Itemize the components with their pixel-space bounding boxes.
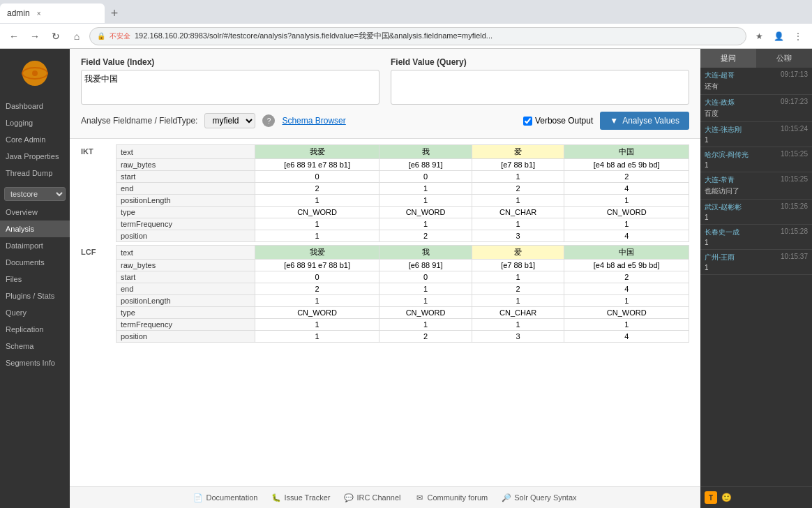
token-cell: CN_CHAR xyxy=(472,307,564,319)
row-header-start: start xyxy=(116,271,255,283)
token-cell: 爱 xyxy=(472,145,564,159)
sidebar-item-thread-dump[interactable]: Thread Dump xyxy=(0,165,70,181)
community-forum-link[interactable]: ✉ Community forum xyxy=(414,493,488,502)
reload-button[interactable]: ↻ xyxy=(47,28,64,45)
address-bar[interactable]: 🔒 不安全 192.168.160.20:8983/solr/#/testcor… xyxy=(89,27,746,45)
token-cell: 1 xyxy=(379,283,472,295)
token-cell: [e7 88 b1] xyxy=(472,260,564,271)
sidebar-item-core-admin[interactable]: Core Admin xyxy=(0,131,70,148)
fieldname-select[interactable]: myfield xyxy=(204,113,255,128)
sidebar-item-documents[interactable]: Documents xyxy=(0,254,70,271)
token-cell: 2 xyxy=(379,331,472,343)
back-button[interactable]: ← xyxy=(6,28,22,45)
field-value-query-input[interactable] xyxy=(391,70,689,105)
menu-icon[interactable]: ⋮ xyxy=(790,28,806,45)
community-icon: ✉ xyxy=(414,493,424,502)
token-cell: 1 xyxy=(472,295,564,307)
chat-user-info: 大连-张志刚 10:15:24 xyxy=(705,125,808,135)
sidebar-item-files[interactable]: Files xyxy=(0,271,70,287)
chat-time: 09:17:13 xyxy=(781,70,808,80)
forward-button[interactable]: → xyxy=(27,28,43,45)
token-cell: [e6 88 91] xyxy=(379,260,472,271)
token-cell: 2 xyxy=(472,183,564,195)
token-cell: [e6 88 91 e7 88 b1] xyxy=(255,260,379,271)
ikt-label: IKT xyxy=(81,144,116,242)
issue-tracker-link[interactable]: 🐛 Issue Tracker xyxy=(271,493,330,502)
irc-label: IRC Channel xyxy=(356,493,400,502)
table-row: text 我爱 我 爱 中国 xyxy=(116,246,689,260)
browser-controls: ← → ↻ ⌂ 🔒 不安全 192.168.160.20:8983/solr/#… xyxy=(0,24,812,49)
sidebar-item-schema[interactable]: Schema xyxy=(0,338,70,354)
url-text: 192.168.160.20:8983/solr/#/testcore/anal… xyxy=(135,31,739,41)
sidebar-item-logging[interactable]: Logging xyxy=(0,114,70,131)
sidebar-item-analysis[interactable]: Analysis xyxy=(0,221,70,237)
chat-user-info: 广州-王雨 10:15:37 xyxy=(705,253,808,262)
issue-icon: 🐛 xyxy=(271,493,281,502)
chat-list: 大连-超哥 09:17:13 还有 大连-政烁 09:17:23 百度 大连-张… xyxy=(700,68,812,486)
table-row: raw_bytes [e6 88 91 e7 88 b1] [e6 88 91]… xyxy=(116,159,689,171)
chat-message: 百度 xyxy=(705,109,808,119)
token-cell: CN_WORD xyxy=(564,307,689,319)
token-cell: 2 xyxy=(255,183,379,195)
svg-point-2 xyxy=(32,70,38,76)
token-cell: [e4 b8 ad e5 9b bd] xyxy=(564,260,689,271)
sidebar-item-query[interactable]: Query xyxy=(0,304,70,321)
token-cell: 2 xyxy=(379,230,472,242)
token-cell: [e4 b8 ad e5 9b bd] xyxy=(564,159,689,171)
table-row: end 2 1 2 4 xyxy=(116,283,689,295)
tab-bar: admin × + xyxy=(0,0,812,24)
core-section: testcore xyxy=(1,184,68,204)
sidebar-item-java-properties[interactable]: Java Properties xyxy=(0,148,70,165)
chat-username: 大连-超哥 xyxy=(705,70,735,80)
list-item: 武汉-赵彬彬 10:15:26 1 xyxy=(700,200,812,225)
table-row: type CN_WORD CN_WORD CN_CHAR CN_WORD xyxy=(116,207,689,218)
analyse-values-button[interactable]: ▼ Analyse Values xyxy=(600,112,689,130)
field-value-index-input[interactable]: 我爱中国 xyxy=(81,70,379,105)
row-header-text: text xyxy=(116,246,255,260)
community-label: Community forum xyxy=(427,493,488,502)
documentation-link[interactable]: 📄 Documentation xyxy=(193,493,257,502)
sidebar-item-dashboard[interactable]: Dashboard xyxy=(0,98,70,114)
sidebar-item-replication[interactable]: Replication xyxy=(0,321,70,338)
table-row: raw_bytes [e6 88 91 e7 88 b1] [e6 88 91]… xyxy=(116,260,689,271)
chat-brand-icon: T xyxy=(705,491,717,504)
home-button[interactable]: ⌂ xyxy=(68,28,85,45)
row-header-text: text xyxy=(116,145,255,159)
row-header-termfrequency: termFrequency xyxy=(116,319,255,331)
verbose-checkbox[interactable] xyxy=(523,117,532,126)
field-value-index-label: Field Value (Index) xyxy=(81,57,379,67)
irc-channel-link[interactable]: 💬 IRC Channel xyxy=(344,493,400,502)
help-icon[interactable]: ? xyxy=(262,114,275,127)
sidebar-item-overview[interactable]: Overview xyxy=(0,204,70,221)
bookmark-icon[interactable]: ★ xyxy=(751,28,767,45)
chat-input-area: T 🙂 xyxy=(700,486,812,508)
token-cell: 1 xyxy=(472,271,564,283)
tab-close-button[interactable]: × xyxy=(34,8,44,18)
token-cell: CN_CHAR xyxy=(472,207,564,218)
list-item: 大连-常青 10:15:25 也能访问了 xyxy=(700,172,812,200)
token-cell: 爱 xyxy=(472,246,564,260)
solr-query-syntax-link[interactable]: 🔎 Solr Query Syntax xyxy=(502,493,576,502)
solr-logo xyxy=(14,56,56,91)
analysis-panel: Field Value (Index) 我爱中国 Field Value (Qu… xyxy=(70,49,700,139)
sidebar-item-plugins[interactable]: Plugins / Stats xyxy=(0,287,70,304)
user-icon[interactable]: 👤 xyxy=(770,28,787,45)
emoji-button[interactable]: 🙂 xyxy=(720,491,732,504)
token-cell: 中国 xyxy=(564,246,689,260)
row-header-end: end xyxy=(116,183,255,195)
chat-message: 1 xyxy=(705,161,808,169)
new-tab-button[interactable]: + xyxy=(105,3,124,23)
token-cell: 0 xyxy=(255,171,379,183)
doc-label: Documentation xyxy=(206,493,257,502)
security-icon: 🔒 xyxy=(97,32,105,40)
tab-title: admin xyxy=(7,8,30,18)
sidebar-item-dataimport[interactable]: Dataimport xyxy=(0,237,70,254)
schema-browser-link[interactable]: Schema Browser xyxy=(282,116,345,126)
rpanel-tab-community[interactable]: 公聊 xyxy=(756,49,812,68)
rpanel-tab-feedback[interactable]: 提问 xyxy=(700,49,756,68)
token-cell: 1 xyxy=(472,218,564,230)
chat-time: 10:15:37 xyxy=(781,253,808,262)
sidebar-item-segments-info[interactable]: Segments Info xyxy=(0,354,70,371)
token-cell: 1 xyxy=(255,195,379,207)
core-selector[interactable]: testcore xyxy=(4,187,66,201)
